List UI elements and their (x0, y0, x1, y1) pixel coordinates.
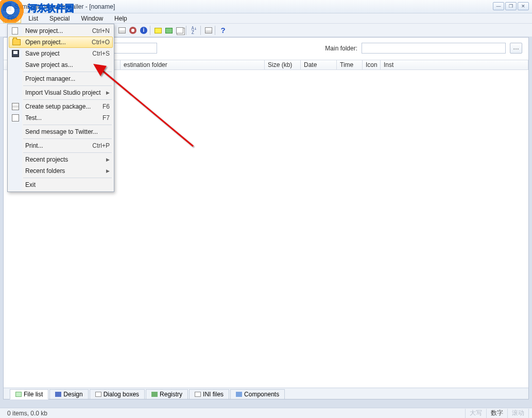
main-folder-label: Main folder: (325, 45, 357, 52)
tab-components[interactable]: Components (230, 389, 285, 399)
main-folder-input[interactable] (362, 43, 506, 54)
tab-registry[interactable]: Registry (146, 389, 188, 399)
site-stamp-icon (0, 0, 27, 23)
menu-import-vs[interactable]: Import Visual Studio project▶ (9, 87, 113, 98)
col-icon[interactable]: Icon (363, 60, 381, 69)
menu-save-project-as[interactable]: Save project as... (9, 59, 113, 71)
toolbar-separator (186, 26, 188, 35)
toolbar-list-icon[interactable] (204, 26, 213, 35)
menu-test[interactable]: Test...F7 (9, 112, 113, 124)
status-num: 数字 (487, 409, 508, 418)
menu-save-project[interactable]: Save projectCtrl+S (9, 48, 113, 59)
col-time[interactable]: Time (337, 60, 363, 69)
toolbar-properties-icon[interactable] (117, 26, 127, 35)
menu-bar: File List Special Window Help (0, 13, 532, 24)
menu-create-setup[interactable]: Create setup package...F6 (9, 101, 113, 112)
menu-twitter[interactable]: Send message to Twitter... (9, 126, 113, 137)
toolbar-folder-icon[interactable] (153, 26, 163, 35)
restore-button[interactable]: ❐ (505, 2, 517, 10)
window-controls: — ❐ ✕ (493, 2, 529, 10)
test-icon (12, 114, 19, 121)
menu-help[interactable]: Help (110, 14, 131, 23)
create-setup-icon (12, 103, 19, 110)
open-project-icon (12, 39, 21, 45)
bottom-tabs: File list Design Dialog boxes Registry I… (4, 388, 528, 399)
col-size[interactable]: Size (kb) (265, 60, 301, 69)
toolbar-disk-icon[interactable] (128, 26, 138, 35)
toolbar-separator (215, 26, 217, 35)
col-inst[interactable]: Inst (381, 60, 528, 69)
menu-project-manager[interactable]: Project manager... (9, 73, 113, 84)
menu-list[interactable]: List (24, 14, 42, 23)
menu-new-project[interactable]: New project...Ctrl+N (9, 25, 113, 37)
col-destination[interactable]: estination folder (121, 60, 265, 69)
status-scroll: 滚动 (508, 409, 529, 418)
status-caps: 大写 (466, 409, 487, 418)
close-button[interactable]: ✕ (518, 2, 529, 10)
toolbar-sort-icon[interactable]: A↓Z (190, 26, 199, 35)
menu-recent-projects[interactable]: Recent projects▶ (9, 154, 113, 165)
browse-button[interactable]: … (510, 43, 522, 54)
menu-print[interactable]: Print...Ctrl+P (9, 140, 113, 151)
toolbar-separator (200, 26, 202, 35)
status-bar: 0 items, 0.0 kb 大写 数字 滚动 (0, 408, 532, 418)
tab-dialog-boxes[interactable]: Dialog boxes (90, 389, 145, 399)
col-date[interactable]: Date (301, 60, 337, 69)
toolbar-info-icon[interactable]: i (139, 26, 148, 35)
toolbar-copy-icon[interactable] (175, 26, 184, 35)
menu-special[interactable]: Special (45, 14, 74, 23)
site-stamp-text: 河东软件园 (28, 2, 74, 14)
tab-design[interactable]: Design (49, 389, 88, 399)
file-menu-dropdown: New project...Ctrl+N Open project...Ctrl… (7, 24, 114, 192)
minimize-button[interactable]: — (493, 2, 504, 10)
toolbar-folder2-icon[interactable] (164, 26, 174, 35)
toolbar-separator (150, 26, 152, 35)
save-project-icon (12, 50, 19, 57)
status-items: 0 items, 0.0 kb (3, 409, 466, 418)
new-project-icon (12, 27, 18, 34)
menu-exit[interactable]: Exit (9, 179, 113, 190)
menu-recent-folders[interactable]: Recent folders▶ (9, 165, 113, 177)
menu-window[interactable]: Window (77, 14, 107, 23)
toolbar-help-icon[interactable]: ? (218, 26, 228, 35)
title-bar: SamLogic Visual Installer - [noname] — ❐… (0, 0, 532, 13)
tab-ini-files[interactable]: INI files (189, 389, 229, 399)
tab-file-list[interactable]: File list (10, 389, 48, 399)
menu-open-project[interactable]: Open project...Ctrl+O (9, 37, 113, 48)
